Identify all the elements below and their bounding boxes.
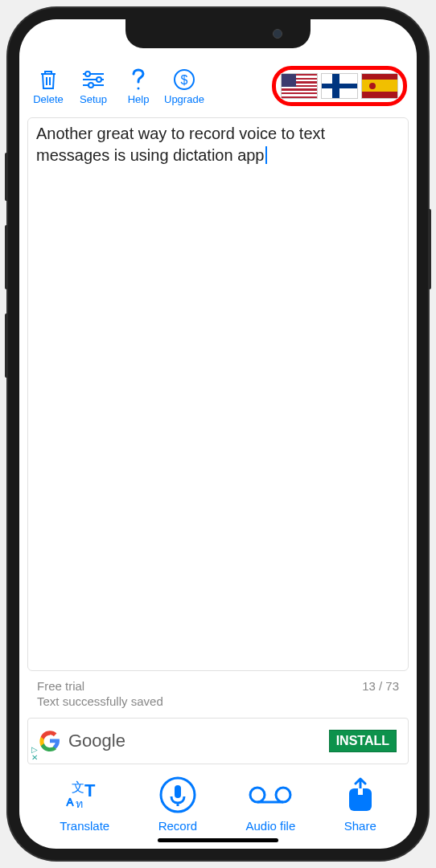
install-button[interactable]: INSTALL — [329, 730, 397, 752]
svg-point-6 — [138, 87, 140, 89]
svg-rect-13 — [175, 785, 181, 798]
language-flags-highlight — [272, 66, 407, 106]
share-label: Share — [344, 819, 376, 833]
setup-button[interactable]: Setup — [74, 68, 113, 105]
help-label: Help — [128, 93, 150, 105]
svg-text:文: 文 — [72, 780, 84, 794]
google-logo-icon — [39, 731, 60, 751]
phone-frame: Delete Setup — [8, 8, 428, 860]
side-button-right — [428, 209, 431, 289]
share-icon — [346, 776, 375, 814]
text-cursor — [265, 146, 267, 164]
front-camera — [273, 29, 282, 39]
svg-text:ท: ท — [76, 797, 83, 810]
ad-marker[interactable]: ▷ ✕ — [31, 746, 38, 762]
sliders-icon — [81, 68, 105, 92]
translate-icon: 文 T ท — [65, 776, 104, 814]
app-content: Delete Setup — [19, 19, 417, 849]
status-row: Free trial 13 / 73 — [19, 676, 417, 694]
dictation-text: Another great way to record voice to tex… — [36, 125, 325, 164]
upgrade-button[interactable]: $ Upgrade — [164, 68, 204, 105]
svg-point-15 — [276, 788, 290, 802]
svg-point-1 — [85, 72, 90, 76]
trial-status: Free trial — [37, 679, 84, 693]
ad-title: Google — [68, 731, 125, 751]
svg-point-5 — [88, 83, 93, 88]
dictation-text-area[interactable]: Another great way to record voice to tex… — [27, 117, 409, 671]
app-screen: Delete Setup — [19, 19, 417, 849]
bottom-toolbar: 文 T ท Translate — [19, 772, 417, 849]
help-button[interactable]: Help — [119, 68, 158, 105]
ad-left: Google — [39, 731, 125, 751]
audio-label: Audio file — [246, 819, 296, 833]
voicemail-icon — [248, 776, 293, 814]
flag-us[interactable] — [281, 73, 318, 99]
question-icon — [130, 68, 146, 92]
svg-text:T: T — [84, 780, 96, 800]
translate-button[interactable]: 文 T ท Translate — [60, 776, 109, 833]
svg-point-3 — [97, 77, 101, 82]
ad-close-icon: ✕ — [31, 754, 38, 762]
flag-fi[interactable] — [321, 73, 358, 99]
dollar-icon: $ — [173, 68, 195, 92]
side-buttons-left — [5, 153, 8, 201]
audio-file-button[interactable]: Audio file — [246, 776, 296, 833]
upgrade-label: Upgrade — [164, 93, 204, 105]
delete-label: Delete — [33, 93, 64, 105]
share-button[interactable]: Share — [344, 776, 376, 833]
home-indicator[interactable] — [158, 838, 278, 842]
translate-label: Translate — [60, 819, 109, 833]
trash-icon — [39, 68, 58, 92]
top-toolbar: Delete Setup — [19, 59, 417, 113]
svg-text:$: $ — [180, 73, 187, 87]
svg-rect-18 — [358, 788, 363, 795]
char-count: 13 / 73 — [362, 679, 399, 693]
ad-banner[interactable]: Google INSTALL ▷ ✕ — [27, 718, 409, 764]
svg-point-14 — [250, 788, 265, 802]
delete-button[interactable]: Delete — [29, 68, 68, 105]
notch — [125, 19, 311, 48]
record-button[interactable]: Record — [158, 776, 197, 833]
saved-status: Text successfully saved — [19, 694, 417, 714]
setup-label: Setup — [80, 93, 107, 105]
record-label: Record — [158, 819, 197, 833]
flag-es[interactable] — [361, 73, 398, 99]
mic-icon — [158, 776, 197, 814]
